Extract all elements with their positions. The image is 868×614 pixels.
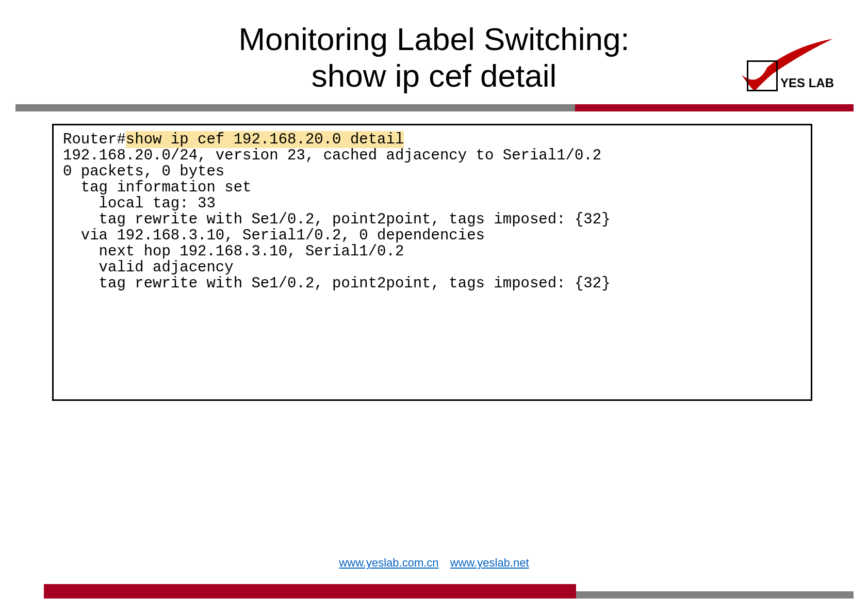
header-gray-bar	[15, 104, 575, 111]
command-text: show ip cef 192.168.20.0 detail	[126, 131, 404, 148]
logo-box-icon	[747, 60, 778, 91]
footer-gray-bar	[576, 591, 854, 599]
router-prompt: Router#	[63, 131, 126, 148]
footer-link-2[interactable]: www.yeslab.net	[450, 556, 529, 569]
header-red-bar	[575, 104, 854, 111]
footer-red-bar	[44, 584, 576, 599]
code-body: 192.168.20.0/24, version 23, cached adja…	[63, 147, 611, 292]
logo-text: YES LAB	[780, 76, 834, 90]
logo: YES LAB	[703, 39, 837, 101]
code-block: Router#show ip cef 192.168.20.0 detail 1…	[52, 124, 812, 401]
footer-link-1[interactable]: www.yeslab.com.cn	[339, 556, 438, 569]
footer-links: www.yeslab.com.cn www.yeslab.net	[0, 556, 868, 570]
